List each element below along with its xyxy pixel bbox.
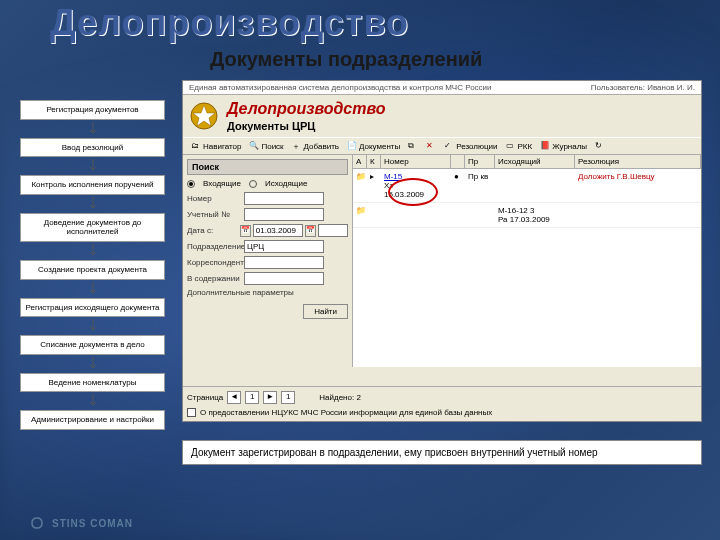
refresh-icon: ↻	[595, 141, 605, 151]
emblem-icon	[189, 99, 219, 133]
arrow-down-icon	[20, 124, 165, 134]
search-panel-title: Поиск	[187, 159, 348, 175]
pager-prev[interactable]: ◄	[227, 391, 241, 404]
step-delivery: Доведение документов до исполнителей	[20, 213, 165, 242]
results-panel: А К Номер Пр Исходящий Резолюция 📁 ▸ М-1…	[353, 155, 701, 367]
input-date-to[interactable]	[318, 224, 348, 237]
col-a[interactable]: А	[353, 155, 367, 168]
lbl-division: Подразделение	[187, 242, 242, 251]
doc-pr: Пр кв	[465, 171, 495, 200]
step-registration: Регистрация документов	[20, 100, 165, 120]
radio-incoming-label: Входящие	[203, 179, 241, 188]
step-outgoing: Регистрация исходящего документа	[20, 298, 165, 318]
tree-icon: 🗂	[191, 141, 201, 151]
col-k[interactable]: К	[367, 155, 381, 168]
tb-documents[interactable]: 📄Документы	[345, 140, 402, 152]
pager-next[interactable]: ►	[263, 391, 277, 404]
tb-resolutions[interactable]: ✓Резолюции	[442, 140, 499, 152]
step-admin: Администрирование и настройки	[20, 410, 165, 430]
tb-copy[interactable]: ⧉	[406, 140, 420, 152]
tb-delete[interactable]: ✕	[424, 140, 438, 152]
footer-logo: STINS COMAN	[28, 514, 133, 532]
tb-journals[interactable]: 📕Журналы	[538, 140, 589, 152]
doc-from: Хз	[384, 181, 448, 190]
cal-to-icon[interactable]: 📅	[305, 225, 316, 237]
card-icon: ▭	[506, 141, 516, 151]
find-button[interactable]: Найти	[303, 304, 348, 319]
step-resolutions: Ввод резолюций	[20, 138, 165, 158]
caption-box: Документ зарегистрирован в подразделении…	[182, 440, 702, 465]
app-header: Делопроизводство Документы ЦРЦ	[183, 95, 701, 137]
toolbar: 🗂Навигатор 🔍Поиск ＋Добавить 📄Документы ⧉…	[183, 137, 701, 155]
bottom-bar: Страница ◄ 1 ► 1 Найдено: 2 О предоставл…	[183, 386, 701, 421]
pager-total: 1	[281, 391, 295, 404]
table-row[interactable]: 📁 М-16-12 3 Ра 17.03.2009	[353, 203, 701, 228]
radio-incoming[interactable]	[187, 180, 195, 188]
radio-outgoing[interactable]	[249, 180, 257, 188]
cal-from-icon[interactable]: 📅	[240, 225, 251, 237]
col-resolution[interactable]: Резолюция	[575, 155, 701, 168]
input-account[interactable]	[244, 208, 324, 221]
lbl-number: Номер	[187, 194, 242, 203]
search-panel: Поиск Входящие Исходящие Номер Учетный №…	[183, 155, 353, 367]
step-filing: Списание документа в дело	[20, 335, 165, 355]
step-nomenclature: Ведение номенклатуры	[20, 373, 165, 393]
arrow-down-icon	[20, 284, 165, 294]
app-window: Единая автоматизированная система делопр…	[182, 80, 702, 422]
step-control: Контроль исполнения поручений	[20, 175, 165, 195]
doc-out: М-16-12 3 Ра 17.03.2009	[495, 205, 575, 225]
app-title: Делопроизводство	[227, 100, 695, 118]
table-row[interactable]: 📁 ▸ М-15 Хз 15.03.2009 ● Пр кв Доложить …	[353, 169, 701, 203]
doc-icon: 📄	[347, 141, 357, 151]
mark-icon: ●	[454, 172, 459, 181]
user-label: Пользователь: Иванов И. И.	[591, 83, 695, 92]
tb-navigator[interactable]: 🗂Навигатор	[189, 140, 243, 152]
step-draft: Создание проекта документа	[20, 260, 165, 280]
arrow-down-icon	[20, 396, 165, 406]
col-outgoing[interactable]: Исходящий	[495, 155, 575, 168]
col-ctrl[interactable]	[451, 155, 465, 168]
lbl-date-from: Дата с:	[187, 226, 238, 235]
folder-icon: 📁	[356, 206, 366, 215]
input-number[interactable]	[244, 192, 324, 205]
arrow-down-icon	[20, 359, 165, 369]
col-number[interactable]: Номер	[381, 155, 451, 168]
arrow-down-icon	[20, 246, 165, 256]
app-top-bar: Единая автоматизированная система делопр…	[183, 81, 701, 95]
arrow-down-icon	[20, 199, 165, 209]
delete-icon: ✕	[426, 141, 436, 151]
system-name: Единая автоматизированная система делопр…	[189, 83, 492, 92]
note-checkbox[interactable]	[187, 408, 196, 417]
doc-out	[495, 171, 575, 200]
col-pr[interactable]: Пр	[465, 155, 495, 168]
input-correspondent[interactable]	[244, 256, 324, 269]
doc-date: 15.03.2009	[384, 190, 448, 199]
arrow-down-icon	[20, 161, 165, 171]
doc-resolution: Доложить Г.В.Шевцу	[575, 171, 701, 200]
note-text: О предоставлении НЦУКС МЧС России информ…	[200, 408, 492, 417]
app-subtitle: Документы ЦРЦ	[227, 120, 695, 132]
lbl-account: Учетный №	[187, 210, 242, 219]
tb-add[interactable]: ＋Добавить	[290, 140, 341, 152]
folder-icon: 📁	[356, 172, 366, 181]
tb-search[interactable]: 🔍Поиск	[247, 140, 285, 152]
tb-rkk[interactable]: ▭РКК	[504, 140, 535, 152]
workflow-steps: Регистрация документов Ввод резолюций Ко…	[20, 100, 165, 430]
book-icon: 📕	[540, 141, 550, 151]
doc-number-link[interactable]: М-15	[384, 172, 448, 181]
radio-outgoing-label: Исходящие	[265, 179, 307, 188]
lbl-extra-params[interactable]: Дополнительные параметры	[187, 288, 294, 297]
input-division[interactable]	[244, 240, 324, 253]
input-content[interactable]	[244, 272, 324, 285]
input-date-from[interactable]	[253, 224, 303, 237]
page-subtitle: Документы подразделений	[210, 48, 482, 71]
search-icon: 🔍	[249, 141, 259, 151]
pager-current: 1	[245, 391, 259, 404]
tb-refresh[interactable]: ↻	[593, 140, 607, 152]
page-title: Делопроизводство	[50, 2, 409, 44]
lbl-content: В содержании	[187, 274, 242, 283]
column-headers: А К Номер Пр Исходящий Резолюция	[353, 155, 701, 169]
flag-icon: ▸	[370, 172, 374, 181]
found-label: Найдено: 2	[319, 393, 361, 402]
pager-label: Страница	[187, 393, 223, 402]
